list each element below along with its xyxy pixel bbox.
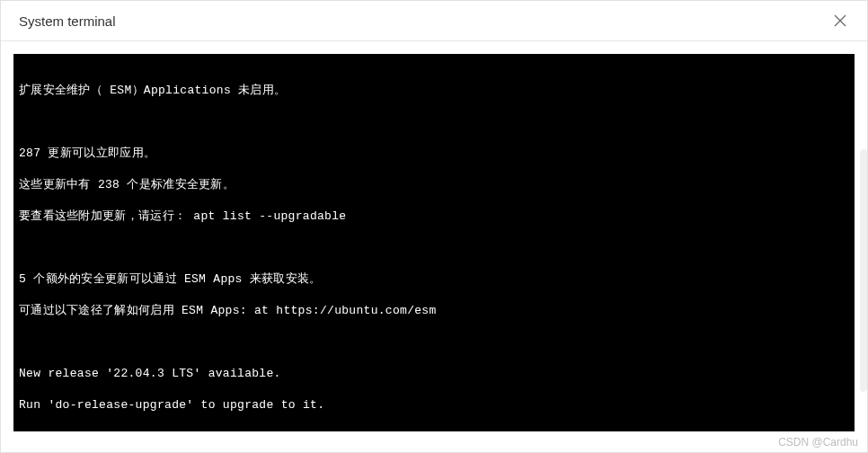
term-line: New release '22.04.3 LTS' available. [19,366,849,382]
term-line: 5 个额外的安全更新可以通过 ESM Apps 来获取安装。 [19,271,849,288]
watermark: CSDN @Cardhu [778,436,858,449]
terminal-area: 扩展安全维护（ ESM）Applications 未启用。 287 更新可以立即… [1,41,867,452]
term-line: 可通过以下途径了解如何启用 ESM Apps: at https://ubunt… [19,303,849,319]
scrollbar[interactable] [860,149,867,392]
term-line: 要查看这些附加更新，请运行： apt list --upgradable [19,209,849,225]
term-line [19,114,849,130]
term-line [19,334,849,351]
term-line: 这些更新中有 238 个是标准安全更新。 [19,177,849,193]
term-line [19,430,849,431]
window-title: System terminal [19,13,116,29]
term-line: Run 'do-release-upgrade' to upgrade to i… [19,397,849,413]
term-line [19,240,849,256]
titlebar: System terminal [1,1,867,41]
term-line: 扩展安全维护（ ESM）Applications 未启用。 [19,83,849,99]
terminal-output[interactable]: 扩展安全维护（ ESM）Applications 未启用。 287 更新可以立即… [13,54,855,431]
close-icon [834,14,846,27]
close-button[interactable] [831,12,849,30]
system-terminal-window: System terminal 扩展安全维护（ ESM）Applications… [0,0,868,453]
term-line: 287 更新可以立即应用。 [19,146,849,162]
